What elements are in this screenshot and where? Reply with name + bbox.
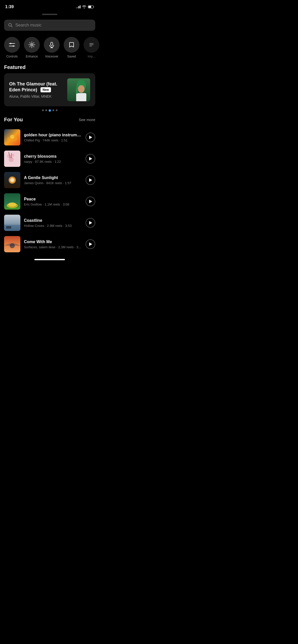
list-item[interactable]: Peace Eric Godlow · 1.1M reels · 3:08 [0,191,99,212]
search-placeholder: Search music [15,23,42,28]
track-thumbnail [4,172,20,188]
list-item[interactable]: Come With Me Surfaces, salem ilese · 2.3… [0,233,99,255]
for-you-title: For You [4,117,23,123]
new-badge: New [40,87,51,92]
track-info: A Gentle Sunlight James Quinn · 841K ree… [24,175,82,185]
status-bar: 1:39 [0,0,99,12]
home-bar [34,259,65,260]
svg-point-44 [8,202,16,207]
drag-handle [0,12,99,18]
track-info: Come With Me Surfaces, salem ilese · 2.3… [24,240,82,249]
svg-rect-37 [11,153,12,158]
svg-rect-21 [51,42,53,46]
track-info: golden hour (piano instrumental) Chilled… [24,133,82,142]
track-meta: narpy · 97.9K reels · 1:22 [24,160,82,164]
list-item[interactable]: Coastline Hollow Coves · 2.9M reels · 3:… [0,212,99,233]
enhance-icon [29,41,35,48]
play-button[interactable] [86,154,95,164]
play-icon [89,221,92,225]
track-thumbnail [4,129,20,145]
track-meta: Chilled Pig · 744K reels · 1:51 [24,138,82,142]
filter-saved[interactable]: Saved [64,37,79,58]
filter-controls[interactable]: Controls [4,37,20,58]
svg-line-19 [30,47,30,47]
filter-enhance[interactable]: Enhance [24,37,40,58]
see-more-button[interactable]: See more [79,118,95,122]
track-meta: Eric Godlow · 1.1M reels · 3:08 [24,202,82,206]
play-icon [89,178,92,182]
status-time: 1:39 [5,4,14,9]
featured-song-title: Oh The Glamour (feat. Eden Prince) New [9,81,65,93]
coastline-art [4,215,20,231]
filter-row: Controls Enhance [0,35,99,62]
track-title: cherry blossoms [24,154,82,159]
controls-label: Controls [6,55,18,58]
wifi-icon [82,5,86,8]
list-item[interactable]: golden hour (piano instrumental) Chilled… [0,127,99,148]
dot-5 [56,109,58,111]
svg-point-20 [31,44,32,45]
featured-artists: Aluna, Pabllo Vittar, MNEK [9,94,65,98]
voiceover-icon [48,41,55,48]
track-thumbnail [4,236,20,252]
track-meta: Surfaces, salem ilese · 2.3M reels · 3..… [24,245,82,249]
play-button[interactable] [86,197,95,206]
sunlight-art [4,172,20,188]
track-title: golden hour (piano instrumental) [24,133,82,137]
play-button[interactable] [86,133,95,142]
play-button[interactable] [86,239,95,249]
search-bar[interactable]: Search music [4,20,95,31]
svg-rect-47 [6,226,11,229]
track-thumbnail [4,215,20,231]
track-meta: Hollow Coves · 2.9M reels · 3:53 [24,224,82,228]
track-info: Coastline Hollow Coves · 2.9M reels · 3:… [24,218,82,228]
carousel-dots [0,106,99,114]
list-item[interactable]: cherry blossoms narpy · 97.9K reels · 1:… [0,148,99,169]
track-info: cherry blossoms narpy · 97.9K reels · 1:… [24,154,82,164]
list-item[interactable]: A Gentle Sunlight James Quinn · 841K ree… [0,169,99,191]
dot-2 [45,109,47,111]
featured-card[interactable]: Oh The Glamour (feat. Eden Prince) New A… [4,73,95,106]
featured-section: Featured Oh The Glamour (feat. Eden Prin… [0,62,99,106]
play-icon [89,200,92,203]
peace-art [4,193,20,210]
search-container: Search music [0,18,99,35]
saved-icon [68,41,75,48]
golden-hour-art [4,129,20,145]
status-icons [76,5,94,8]
track-title: Coastline [24,218,82,223]
track-thumbnail [4,193,20,210]
come-with-me-art [4,236,20,252]
filter-voiceover[interactable]: Voiceover [44,37,60,58]
import-label: Imp... [88,55,95,58]
play-button[interactable] [86,175,95,185]
controls-icon-circle [4,37,20,53]
svg-line-16 [30,43,30,43]
voiceover-icon-circle [44,37,60,53]
filter-import[interactable]: Imp... [84,37,99,58]
track-title: Come With Me [24,240,82,244]
track-meta: James Quinn · 841K reels · 1:57 [24,181,82,185]
play-icon [89,157,92,160]
controls-icon [9,41,15,48]
svg-rect-29 [76,93,86,101]
saved-icon-circle [64,37,79,53]
svg-rect-1 [93,6,94,8]
import-icon [88,41,95,48]
dot-1 [42,109,44,111]
featured-image [67,78,90,101]
track-title: A Gentle Sunlight [24,175,82,180]
svg-point-41 [10,178,14,182]
voiceover-label: Voiceover [45,55,59,58]
play-icon [89,136,92,139]
svg-line-18 [34,43,34,43]
signal-bars-icon [76,5,80,8]
search-icon [8,23,13,27]
music-list: golden hour (piano instrumental) Chilled… [0,125,99,257]
track-title: Peace [24,197,82,201]
play-button[interactable] [86,218,95,228]
for-you-header: For You See more [0,114,99,125]
track-info: Peace Eric Godlow · 1.1M reels · 3:08 [24,197,82,206]
track-thumbnail [4,151,20,167]
svg-point-28 [78,85,85,93]
